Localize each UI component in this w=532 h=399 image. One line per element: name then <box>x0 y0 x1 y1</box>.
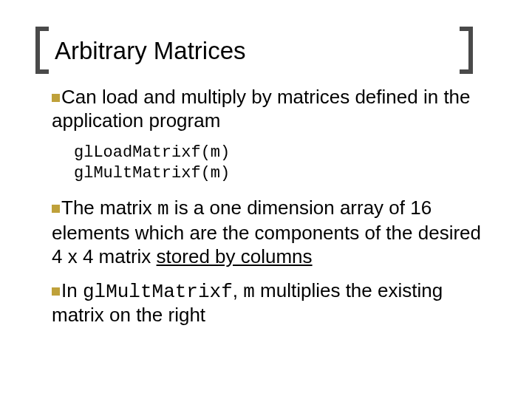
slide-title: Arbitrary Matrices <box>52 37 495 65</box>
title-wrap: Arbitrary Matrices <box>52 37 495 65</box>
bullet-icon <box>52 94 60 102</box>
code-inline-mult: glMultMatrixf <box>83 281 233 303</box>
code-inline-m: m <box>157 198 169 220</box>
slide-body: Can load and multiply by matrices define… <box>52 86 495 327</box>
bullet-3: In glMultMatrixf, m multiplies the exist… <box>52 279 495 327</box>
slide: Arbitrary Matrices Can load and multiply… <box>0 0 532 399</box>
bullet-3-text-b: , <box>233 279 243 301</box>
bullet-icon <box>52 205 60 213</box>
bracket-right-icon <box>460 27 473 74</box>
code-inline-m2: m <box>243 281 255 303</box>
code-line-2: glMultMatrixf(m) <box>74 163 495 184</box>
code-line-1: glLoadMatrixf(m) <box>74 143 495 163</box>
bullet-2: The matrix m is a one dimension array of… <box>52 197 495 268</box>
bullet-1-text: Can load and multiply by matrices define… <box>52 86 471 132</box>
bullet-2-text-a: The matrix <box>61 197 157 219</box>
code-block: glLoadMatrixf(m) glMultMatrixf(m) <box>74 143 495 183</box>
bullet-2-text-c: stored by columns <box>157 245 313 267</box>
bullet-1: Can load and multiply by matrices define… <box>52 86 495 132</box>
bullet-3-text-a: In <box>61 279 83 301</box>
bracket-left-icon <box>35 27 49 74</box>
bullet-icon <box>52 287 60 296</box>
